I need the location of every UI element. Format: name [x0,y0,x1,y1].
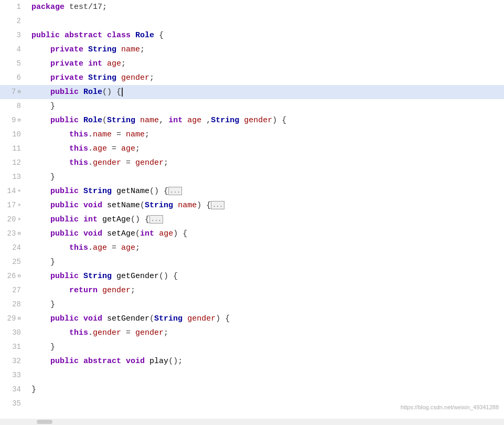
collapsed-indicator[interactable]: ... [149,215,163,224]
collapsed-indicator[interactable]: ... [168,187,182,195]
code-line[interactable]: 1package test/17; [0,0,504,14]
plain-token: ( [149,314,154,323]
param-name-token: age [121,243,135,252]
kw-package-token: package [31,3,65,12]
fold-icon[interactable]: + [17,198,21,212]
code-line[interactable]: 30 this.gender = gender; [0,326,504,340]
horizontal-scrollbar[interactable] [0,419,504,425]
code-line[interactable]: 14+ public String getName() {... [0,184,504,198]
plain-token: ; [145,130,149,139]
method-name-token: setAge [107,229,135,238]
plain-token [31,130,69,139]
plain-token [79,88,83,97]
code-line[interactable]: 10 this.name = name; [0,128,504,142]
method-name-token: getGender [116,272,159,281]
plain-token: ; [131,286,135,295]
plain-token [31,158,69,167]
line-content: public abstract class Role { [26,28,504,42]
plain-token [31,243,69,252]
plain-token [79,357,83,366]
code-line[interactable]: 20+ public int getAge() {... [0,212,504,227]
fold-icon[interactable]: + [17,184,21,198]
code-line[interactable]: 29⊖ public void setGender(String gender)… [0,312,504,326]
line-number: 26⊖ [0,269,26,283]
plain-token: ; [164,328,168,337]
plain-token [31,314,50,323]
param-name-token: age [187,116,201,125]
code-line[interactable]: 11 this.age = age; [0,142,504,156]
line-number: 29⊖ [0,312,26,326]
plain-token [79,229,83,238]
code-line[interactable]: 2 [0,14,504,28]
plain-token: } [31,300,55,309]
line-content: public String getGender() { [26,269,504,283]
param-name-token: name [140,116,159,125]
plain-token [83,73,88,82]
fold-icon[interactable]: + [17,212,21,227]
line-number: 17+ [0,198,26,212]
line-content: private String name; [26,42,504,57]
code-line[interactable]: 34} [0,382,504,397]
method-name-token: getAge [102,215,131,224]
line-number: 6 [0,71,26,85]
code-line[interactable]: 4 private String name; [0,42,504,57]
code-line[interactable]: 17+ public void setName(String name) {..… [0,198,504,212]
code-line[interactable]: 33 [0,368,504,382]
plain-token: , [159,116,168,125]
field-name-token: age [107,59,121,68]
plain-token [102,31,107,40]
code-line[interactable]: 24 this.age = age; [0,241,504,255]
plain-token: ; [149,73,154,82]
fold-icon[interactable]: ⊖ [17,85,21,99]
line-number: 34 [0,382,26,397]
code-line[interactable]: 28 } [0,298,504,312]
kw-abstract-token: abstract [83,357,121,366]
code-line[interactable]: 32 public abstract void play(); [0,354,504,368]
line-content: public abstract void play(); [26,354,504,368]
code-line[interactable]: 25 } [0,255,504,269]
line-number: 30 [0,326,26,340]
fold-icon[interactable]: ⊖ [17,312,21,326]
line-number: 27 [0,283,26,298]
line-content: private String gender; [26,71,504,85]
code-line[interactable]: 9⊖ public Role(String name, int age ,Str… [0,113,504,128]
class-name-token: Role [135,31,154,40]
fold-icon[interactable]: ⊖ [17,113,21,128]
param-name-token: gender [135,158,164,167]
fold-icon[interactable]: ⊖ [17,227,21,241]
code-line[interactable]: 8 } [0,99,504,113]
plain-token [60,31,65,40]
plain-token [31,45,50,54]
plain-token [31,201,50,210]
scrollbar-thumb[interactable] [37,420,52,424]
line-content: public void setName(String name) {... [26,198,504,212]
code-line[interactable]: 27 return gender; [0,283,504,298]
line-number: 35 [0,397,26,411]
code-line[interactable]: 12 this.gender = gender; [0,156,504,170]
code-line[interactable]: 31 } [0,340,504,354]
line-content: public void setAge(int age) { [26,227,504,241]
line-number: 23⊖ [0,227,26,241]
code-line[interactable]: 6 private String gender; [0,71,504,85]
line-content: } [26,382,504,397]
field-name-token: age [93,243,107,252]
code-line[interactable]: 13 } [0,170,504,184]
code-line[interactable]: 3public abstract class Role { [0,28,504,42]
plain-token [112,187,116,196]
code-line[interactable]: 23⊖ public void setAge(int age) { [0,227,504,241]
kw-abstract-token: abstract [65,31,102,40]
collapsed-indicator[interactable]: ... [211,201,224,209]
type-String-token: String [83,272,112,281]
code-line[interactable]: 26⊖ public String getGender() { [0,269,504,283]
kw-int-token: int [88,59,102,68]
plain-token: () { [149,187,168,196]
param-name-token: name [126,130,145,139]
code-line[interactable]: 5 private int age; [0,57,504,71]
code-line[interactable]: 7⊖ public Role() { [0,85,504,99]
plain-token [102,229,107,238]
line-content: public String getName() {... [26,184,504,198]
fold-icon[interactable]: ⊖ [17,269,21,283]
field-name-token: gender [93,158,121,167]
plain-token [183,314,187,323]
kw-public-token: public [50,201,79,210]
